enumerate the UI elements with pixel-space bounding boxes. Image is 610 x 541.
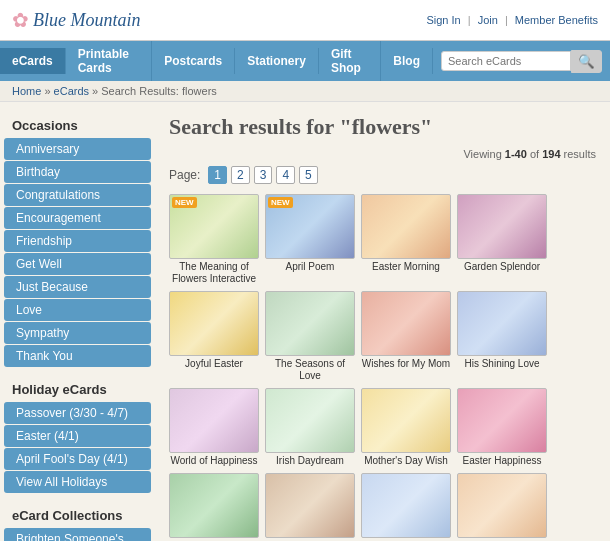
card-thumbnail <box>457 473 547 538</box>
sidebar-item-anniversary[interactable]: Anniversary <box>4 138 151 160</box>
card-item[interactable]: NEWThe Meaning of Flowers Interactive <box>169 194 259 285</box>
card-thumbnail <box>169 291 259 356</box>
nav-gift-shop[interactable]: Gift Shop <box>319 41 381 81</box>
nav-blog[interactable]: Blog <box>381 48 433 74</box>
card-item[interactable]: NEWApril Poem <box>265 194 355 285</box>
card-label: Easter Happiness <box>457 455 547 467</box>
card-thumbnail <box>361 473 451 538</box>
card-badge: NEW <box>172 197 197 208</box>
content-area: Search results for "flowers" Viewing 1-4… <box>155 102 610 541</box>
card-item[interactable]: Simple Gifts <box>457 473 547 541</box>
card-thumbnail <box>265 291 355 356</box>
card-grid: NEWThe Meaning of Flowers InteractiveNEW… <box>169 194 596 541</box>
page-3[interactable]: 3 <box>254 166 273 184</box>
card-item[interactable]: His Shining Love <box>457 291 547 382</box>
sidebar-item-thank-you[interactable]: Thank You <box>4 345 151 367</box>
pagination: Page: 1 2 3 4 5 <box>169 166 596 184</box>
card-label: World of Happiness <box>169 455 259 467</box>
search-input[interactable] <box>441 51 571 71</box>
sign-in-link[interactable]: Sign In <box>426 14 460 26</box>
sidebar-item-get-well[interactable]: Get Well <box>4 253 151 275</box>
sidebar-item-birthday[interactable]: Birthday <box>4 161 151 183</box>
sidebar-item-passover[interactable]: Passover (3/30 - 4/7) <box>4 402 151 424</box>
card-thumbnail: NEW <box>265 194 355 259</box>
sidebar-item-encouragement[interactable]: Encouragement <box>4 207 151 229</box>
card-item[interactable]: Garden Splendor <box>457 194 547 285</box>
sidebar-item-just-because[interactable]: Just Because <box>4 276 151 298</box>
total-count: 194 <box>542 148 560 160</box>
card-item[interactable]: Easter Morning <box>361 194 451 285</box>
occasions-section-title: Occasions <box>0 112 155 137</box>
nav-ecards[interactable]: eCards <box>0 48 66 74</box>
card-item[interactable]: Mother's Day Wish <box>361 388 451 467</box>
card-label: The Seasons of Love <box>265 358 355 382</box>
card-item[interactable]: Beautiful Birthday Interactive <box>361 473 451 541</box>
header-links: Sign In | Join | Member Benefits <box>426 14 598 26</box>
nav-printable-cards[interactable]: Printable Cards <box>66 41 152 81</box>
card-item[interactable]: The Seasons of Love <box>265 291 355 382</box>
card-thumbnail <box>457 291 547 356</box>
card-thumbnail <box>361 291 451 356</box>
breadcrumb: Home » eCards » Search Results: flowers <box>0 81 610 102</box>
card-label: His Shining Love <box>457 358 547 370</box>
card-item[interactable]: Dream Birthday <box>169 473 259 541</box>
card-label: Easter Morning <box>361 261 451 273</box>
card-badge: NEW <box>268 197 293 208</box>
sidebar-item-sympathy[interactable]: Sympathy <box>4 322 151 344</box>
card-label: Wishes for My Mom <box>361 358 451 370</box>
breadcrumb-current: Search Results: flowers <box>101 85 217 97</box>
card-thumbnail: NEW <box>169 194 259 259</box>
card-label: The Meaning of Flowers Interactive <box>169 261 259 285</box>
card-thumbnail <box>361 194 451 259</box>
sidebar: Occasions Anniversary Birthday Congratul… <box>0 102 155 541</box>
breadcrumb-ecards[interactable]: eCards <box>54 85 89 97</box>
page-label: Page: <box>169 168 200 182</box>
nav-search-container: 🔍 <box>433 46 610 77</box>
sidebar-item-brighten-someones-day[interactable]: Brighten Someone's Day <box>4 528 151 541</box>
join-link[interactable]: Join <box>478 14 498 26</box>
page-2[interactable]: 2 <box>231 166 250 184</box>
sidebar-item-love[interactable]: Love <box>4 299 151 321</box>
card-item[interactable]: Garden Tea Party <box>265 473 355 541</box>
page-4[interactable]: 4 <box>276 166 295 184</box>
card-item[interactable]: Wishes for My Mom <box>361 291 451 382</box>
card-thumbnail <box>169 388 259 453</box>
card-thumbnail <box>457 388 547 453</box>
card-label: Joyful Easter <box>169 358 259 370</box>
nav-bar: eCards Printable Cards Postcards Station… <box>0 41 610 81</box>
sidebar-item-friendship[interactable]: Friendship <box>4 230 151 252</box>
sidebar-item-april-fools[interactable]: April Fool's Day (4/1) <box>4 448 151 470</box>
card-item[interactable]: Easter Happiness <box>457 388 547 467</box>
card-label: Mother's Day Wish <box>361 455 451 467</box>
search-button[interactable]: 🔍 <box>571 50 602 73</box>
main-layout: Occasions Anniversary Birthday Congratul… <box>0 102 610 541</box>
card-item[interactable]: World of Happiness <box>169 388 259 467</box>
card-label: Irish Daydream <box>265 455 355 467</box>
sidebar-item-view-all-holidays[interactable]: View All Holidays <box>4 471 151 493</box>
breadcrumb-home[interactable]: Home <box>12 85 41 97</box>
card-thumbnail <box>169 473 259 538</box>
results-label: results <box>561 148 596 160</box>
collections-section-title: eCard Collections <box>0 502 155 527</box>
logo-flower: ✿ <box>12 8 29 32</box>
card-label: Garden Splendor <box>457 261 547 273</box>
sidebar-item-congratulations[interactable]: Congratulations <box>4 184 151 206</box>
sidebar-item-easter[interactable]: Easter (4/1) <box>4 425 151 447</box>
card-label: April Poem <box>265 261 355 273</box>
member-benefits-link[interactable]: Member Benefits <box>515 14 598 26</box>
card-thumbnail <box>457 194 547 259</box>
card-thumbnail <box>265 473 355 538</box>
search-results-title: Search results for "flowers" <box>169 114 596 140</box>
card-thumbnail <box>265 388 355 453</box>
card-item[interactable]: Irish Daydream <box>265 388 355 467</box>
viewing-info: Viewing 1-40 of 194 results <box>169 148 596 160</box>
page-5[interactable]: 5 <box>299 166 318 184</box>
viewing-range: 1-40 <box>505 148 527 160</box>
logo-text: Blue Mountain <box>33 10 140 31</box>
holiday-section-title: Holiday eCards <box>0 376 155 401</box>
nav-stationery[interactable]: Stationery <box>235 48 319 74</box>
nav-postcards[interactable]: Postcards <box>152 48 235 74</box>
page-1[interactable]: 1 <box>208 166 227 184</box>
logo: ✿ Blue Mountain <box>12 8 140 32</box>
card-item[interactable]: Joyful Easter <box>169 291 259 382</box>
